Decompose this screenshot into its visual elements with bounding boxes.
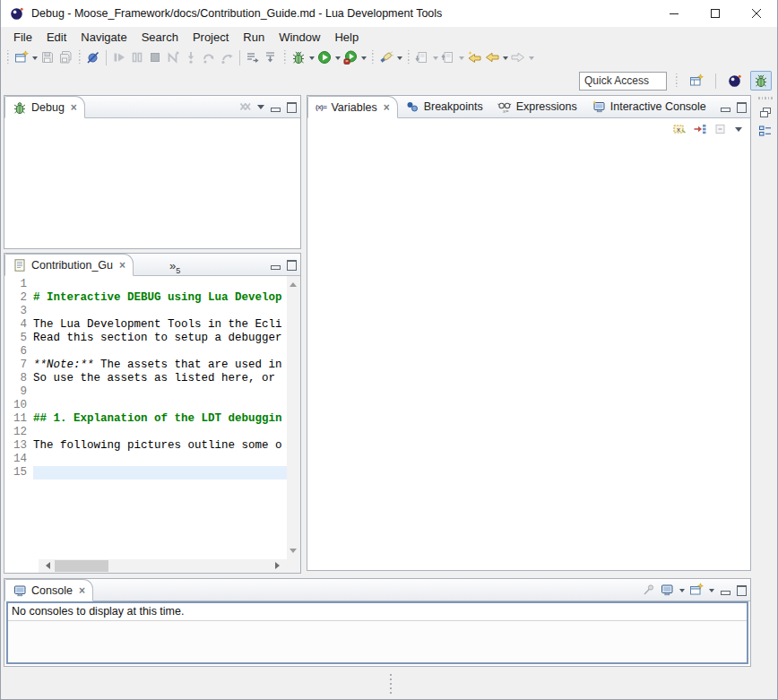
- remove-all-terminated-button[interactable]: [238, 99, 253, 114]
- editor-line[interactable]: 5Read this section to setup a debugger: [4, 332, 287, 345]
- debug-button[interactable]: [290, 48, 307, 67]
- tab-expressions[interactable]: x= Expressions: [490, 96, 584, 117]
- editor-line[interactable]: 13The following pictures outline some o: [4, 439, 287, 453]
- last-edit-location-button[interactable]: [465, 48, 483, 67]
- editor-line[interactable]: 14: [4, 453, 287, 466]
- tab-variables[interactable]: (x)= Variables ×: [307, 96, 398, 118]
- toolbar-grip[interactable]: [675, 73, 678, 88]
- search-button[interactable]: [377, 48, 395, 67]
- maximize-view-button[interactable]: [285, 259, 298, 270]
- step-into-button[interactable]: [182, 48, 200, 67]
- editor-line[interactable]: 11## 1. Explanation of the LDT debuggin: [4, 412, 287, 426]
- window-maximize-button[interactable]: [695, 0, 736, 27]
- scrollbar-thumb[interactable]: [55, 560, 108, 572]
- menu-window[interactable]: Window: [272, 29, 327, 46]
- open-perspective-button[interactable]: [686, 71, 707, 91]
- display-selected-console-dropdown[interactable]: [679, 589, 685, 595]
- editor-line[interactable]: 3: [4, 305, 287, 318]
- minimize-view-button[interactable]: [719, 584, 731, 595]
- view-menu-button[interactable]: [734, 125, 743, 134]
- pin-console-button[interactable]: [642, 583, 656, 597]
- minimize-view-button[interactable]: [719, 101, 731, 112]
- next-annotation-button[interactable]: [413, 48, 431, 67]
- run-dropdown[interactable]: [335, 56, 341, 63]
- collapse-all-button[interactable]: [713, 122, 728, 136]
- editor-line[interactable]: 2# Interactive DEBUG using Lua Develop: [4, 291, 287, 305]
- debug-perspective-button[interactable]: [750, 71, 772, 91]
- step-return-button[interactable]: [218, 48, 236, 67]
- use-step-filters-button[interactable]: [244, 48, 262, 67]
- drop-to-frame-button[interactable]: [262, 48, 280, 67]
- toolbar-grip[interactable]: [6, 50, 9, 65]
- menu-project[interactable]: Project: [186, 29, 236, 46]
- editor-horizontal-scrollbar[interactable]: [39, 559, 287, 573]
- editor-line[interactable]: 6: [4, 345, 287, 359]
- step-over-button[interactable]: [200, 48, 218, 67]
- minimize-view-button[interactable]: [269, 259, 281, 270]
- debug-view-content[interactable]: [4, 118, 300, 248]
- menu-help[interactable]: Help: [327, 29, 366, 46]
- close-icon[interactable]: ×: [71, 101, 77, 114]
- terminate-button[interactable]: [146, 48, 164, 67]
- external-tools-button[interactable]: [341, 48, 359, 67]
- editor-line[interactable]: 1: [4, 278, 287, 291]
- toolbar-grip[interactable]: [407, 50, 410, 65]
- tab-console[interactable]: Console ×: [4, 579, 93, 601]
- window-minimize-button[interactable]: [653, 0, 695, 27]
- tab-debug[interactable]: Debug ×: [4, 96, 85, 118]
- window-close-button[interactable]: [736, 0, 777, 27]
- run-button[interactable]: [316, 48, 333, 67]
- outline-view-button[interactable]: [758, 125, 773, 139]
- toolbar-grip[interactable]: [283, 50, 286, 65]
- scroll-right-arrow[interactable]: [275, 562, 283, 569]
- minimize-view-button[interactable]: [269, 101, 281, 112]
- skip-all-breakpoints-button[interactable]: [84, 48, 102, 67]
- menu-search[interactable]: Search: [134, 29, 186, 46]
- back-dropdown[interactable]: [503, 56, 508, 63]
- forward-dropdown[interactable]: [529, 56, 534, 63]
- editor-line[interactable]: 10: [4, 399, 287, 412]
- maximize-view-button[interactable]: [735, 101, 748, 112]
- view-menu-button[interactable]: [256, 102, 265, 111]
- tab-editor-contribution-guide[interactable]: Contribution_Gu ×: [4, 254, 134, 276]
- previous-annotation-button[interactable]: [439, 48, 457, 67]
- forward-button[interactable]: [509, 48, 527, 67]
- restore-view-button[interactable]: [758, 105, 773, 119]
- previous-annotation-dropdown[interactable]: [459, 56, 464, 63]
- suspend-button[interactable]: [128, 48, 146, 67]
- search-dropdown[interactable]: [397, 56, 402, 63]
- display-selected-console-button[interactable]: [660, 583, 674, 597]
- back-button[interactable]: [483, 48, 501, 67]
- tab-interactive-console[interactable]: Interactive Console: [584, 96, 713, 117]
- new-wizard-button[interactable]: [13, 48, 30, 67]
- trim-drag-handle[interactable]: [758, 97, 773, 99]
- open-console-dropdown[interactable]: [709, 589, 714, 595]
- close-icon[interactable]: ×: [119, 259, 125, 272]
- tab-breakpoints[interactable]: Breakpoints: [398, 96, 490, 117]
- editor-content[interactable]: 12# Interactive DEBUG using Lua Develop3…: [4, 276, 300, 573]
- editor-line[interactable]: 4The Lua Development Tools in the Ecli: [4, 318, 287, 332]
- resume-button[interactable]: [110, 48, 128, 67]
- debug-dropdown[interactable]: [309, 56, 315, 63]
- close-icon[interactable]: ×: [79, 584, 85, 597]
- save-button[interactable]: [39, 48, 56, 67]
- menu-file[interactable]: File: [6, 29, 39, 46]
- lua-perspective-button[interactable]: [724, 71, 746, 91]
- maximize-view-button[interactable]: [285, 101, 298, 112]
- external-tools-dropdown[interactable]: [361, 56, 367, 63]
- scroll-left-arrow[interactable]: [42, 562, 50, 569]
- menu-run[interactable]: Run: [236, 29, 272, 46]
- editor-line[interactable]: 7**Note:** The assets that are used in: [4, 359, 287, 372]
- editor-line[interactable]: 12: [4, 426, 287, 439]
- scroll-up-arrow[interactable]: [290, 279, 297, 287]
- variables-view-content[interactable]: [307, 142, 750, 570]
- save-all-button[interactable]: [56, 48, 74, 67]
- toolbar-grip[interactable]: [78, 50, 81, 65]
- new-wizard-dropdown[interactable]: [32, 56, 38, 63]
- editor-text-area[interactable]: 12# Interactive DEBUG using Lua Develop3…: [4, 278, 287, 559]
- console-content[interactable]: No consoles to display at this time.: [6, 601, 748, 664]
- next-annotation-dropdown[interactable]: [433, 56, 438, 63]
- show-logical-structure-button[interactable]: [693, 122, 707, 136]
- disconnect-button[interactable]: [164, 48, 182, 67]
- scroll-down-arrow[interactable]: [290, 549, 297, 557]
